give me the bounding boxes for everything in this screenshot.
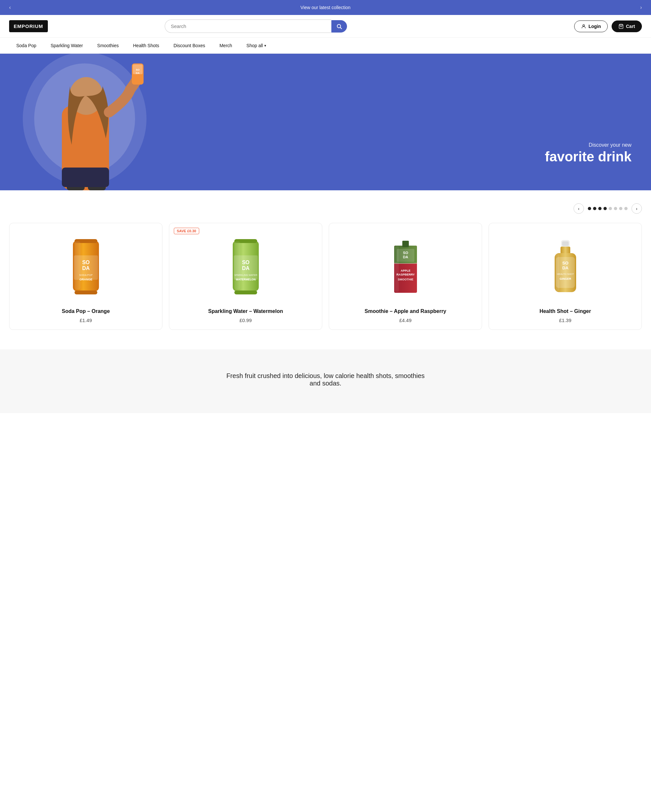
svg-text:SODA POP: SODA POP: [79, 273, 92, 276]
chevron-down-icon: ▾: [264, 44, 266, 48]
carousel-dot-1[interactable]: [588, 207, 591, 210]
carousel-dot-2[interactable]: [593, 207, 596, 210]
hero-title: favorite drink: [545, 149, 631, 164]
login-label: Login: [588, 24, 601, 29]
product-image-sparkling-watermelon: SO DA SPARKLING WATER WATERMELON: [175, 231, 316, 302]
hero-subtitle: Discover your new: [545, 142, 631, 148]
carousel-dot-8[interactable]: [624, 207, 628, 210]
product-card-smoothie-apple-raspberry[interactable]: SO DA APPLE RASPBERRY SMOOTHIE Smoothie …: [329, 223, 482, 330]
header: EMPORIUM Login Cart: [0, 15, 651, 38]
products-section: ‹ ›: [0, 190, 651, 350]
product-card-health-shot-ginger[interactable]: SO DA HEALTH SHOT GINGER Health Shot – G…: [489, 223, 642, 330]
nav-item-smoothies[interactable]: Smoothies: [90, 38, 126, 53]
banner-text: View our latest collection: [20, 5, 631, 10]
svg-rect-43: [395, 246, 399, 292]
svg-rect-45: [562, 241, 568, 246]
svg-text:SO: SO: [82, 259, 90, 265]
nav-item-health-shots[interactable]: Health Shots: [126, 38, 167, 53]
svg-text:DA: DA: [82, 266, 90, 271]
product-price-sparkling-watermelon: £0.99: [240, 317, 252, 323]
svg-point-0: [337, 24, 341, 28]
search-input[interactable]: [165, 20, 332, 33]
carousel-dots: [588, 207, 628, 210]
svg-text:DA: DA: [562, 266, 568, 270]
cart-icon: [619, 24, 623, 29]
svg-rect-23: [75, 241, 80, 290]
sparkling-watermelon-can-illustration: SO DA SPARKLING WATER WATERMELON: [225, 234, 267, 299]
svg-rect-35: [402, 241, 409, 247]
product-card-soda-orange[interactable]: SO DA SODA POP ORANGE Soda Pop – Orange …: [9, 223, 162, 330]
product-price-health-shot-ginger: £1.39: [559, 317, 572, 323]
product-name-soda-orange: Soda Pop – Orange: [62, 308, 110, 314]
products-grid: SO DA SODA POP ORANGE Soda Pop – Orange …: [9, 223, 642, 330]
smoothie-carton-illustration: SO DA APPLE RASPBERRY SMOOTHIE: [384, 234, 427, 299]
tagline-section: Fresh fruit crushed into delicious, low …: [0, 350, 651, 413]
nav-item-discount-boxes[interactable]: Discount Boxes: [167, 38, 212, 53]
product-name-sparkling-watermelon: Sparkling Water – Watermelon: [208, 308, 283, 314]
product-name-smoothie-apple-raspberry: Smoothie – Apple and Raspberry: [365, 308, 446, 314]
svg-line-1: [340, 27, 341, 29]
product-name-health-shot-ginger: Health Shot – Ginger: [539, 308, 591, 314]
svg-rect-53: [555, 254, 559, 291]
product-image-soda-orange: SO DA SODA POP ORANGE: [15, 231, 156, 302]
svg-text:SMOOTHIE: SMOOTHIE: [397, 278, 413, 281]
svg-text:SO: SO: [562, 261, 568, 266]
carousel-dot-6[interactable]: [614, 207, 617, 210]
svg-rect-46: [561, 247, 570, 254]
svg-text:SO: SO: [403, 251, 408, 255]
search-icon: [336, 23, 342, 29]
product-price-smoothie-apple-raspberry: £4.49: [399, 317, 412, 323]
tagline-text: Fresh fruit crushed into delicious, low …: [222, 372, 429, 387]
svg-text:APPLE: APPLE: [400, 269, 410, 272]
search-area: [165, 20, 347, 33]
carousel-dot-4[interactable]: [604, 207, 607, 210]
nav-item-sparkling-water[interactable]: Sparkling Water: [44, 38, 90, 53]
svg-text:DA: DA: [403, 255, 408, 259]
svg-text:RASPBERRY: RASPBERRY: [396, 273, 414, 276]
carousel-prev-button[interactable]: ‹: [573, 203, 584, 214]
product-image-health-shot-ginger: SO DA HEALTH SHOT GINGER: [495, 231, 636, 302]
hero-section: SO DA Discover your new favorite drink: [0, 54, 651, 190]
health-shot-bottle-illustration: SO DA HEALTH SHOT GINGER: [544, 234, 587, 299]
login-button[interactable]: Login: [574, 20, 608, 32]
svg-rect-26: [234, 290, 257, 295]
cart-label: Cart: [626, 24, 635, 29]
svg-text:GINGER: GINGER: [559, 277, 571, 281]
hero-illustration: SO DA: [20, 54, 176, 190]
nav-item-soda-pop[interactable]: Soda Pop: [9, 38, 44, 53]
carousel-dot-7[interactable]: [619, 207, 622, 210]
cart-button[interactable]: Cart: [611, 20, 642, 32]
svg-text:SO: SO: [136, 68, 140, 71]
svg-rect-17: [75, 290, 97, 295]
svg-rect-32: [234, 241, 240, 290]
svg-text:SO: SO: [242, 259, 249, 265]
svg-text:ORANGE: ORANGE: [79, 278, 92, 281]
product-badge-sparkling-watermelon: SAVE £0.30: [174, 228, 199, 234]
carousel-header: ‹ ›: [9, 203, 642, 214]
svg-rect-14: [62, 168, 109, 187]
product-price-soda-orange: £1.49: [80, 317, 92, 323]
nav-item-shop-all[interactable]: Shop all ▾: [239, 38, 274, 53]
svg-text:DA: DA: [136, 72, 140, 75]
top-banner: ‹ View our latest collection ›: [0, 0, 651, 15]
product-card-sparkling-watermelon[interactable]: SAVE £0.30 SO DA: [169, 223, 322, 330]
product-image-smoothie-apple-raspberry: SO DA APPLE RASPBERRY SMOOTHIE: [335, 231, 476, 302]
hero-text: Discover your new favorite drink: [545, 142, 631, 164]
svg-point-2: [583, 24, 584, 26]
logo[interactable]: EMPORIUM: [9, 20, 48, 32]
carousel-dot-3[interactable]: [598, 207, 602, 210]
hero-figure: SO DA: [20, 54, 176, 190]
carousel-next-button[interactable]: ›: [631, 203, 642, 214]
banner-prev-button[interactable]: ‹: [6, 3, 13, 12]
user-icon: [581, 24, 586, 29]
carousel-dot-5[interactable]: [609, 207, 612, 210]
svg-text:DA: DA: [242, 266, 250, 271]
main-nav: Soda Pop Sparkling Water Smoothies Healt…: [0, 38, 651, 54]
nav-item-merch[interactable]: Merch: [212, 38, 239, 53]
banner-next-button[interactable]: ›: [638, 3, 645, 12]
search-button[interactable]: [332, 20, 347, 32]
svg-text:HEALTH SHOT: HEALTH SHOT: [557, 273, 574, 276]
header-actions: Login Cart: [574, 20, 642, 32]
soda-orange-can-illustration: SO DA SODA POP ORANGE: [65, 234, 107, 299]
